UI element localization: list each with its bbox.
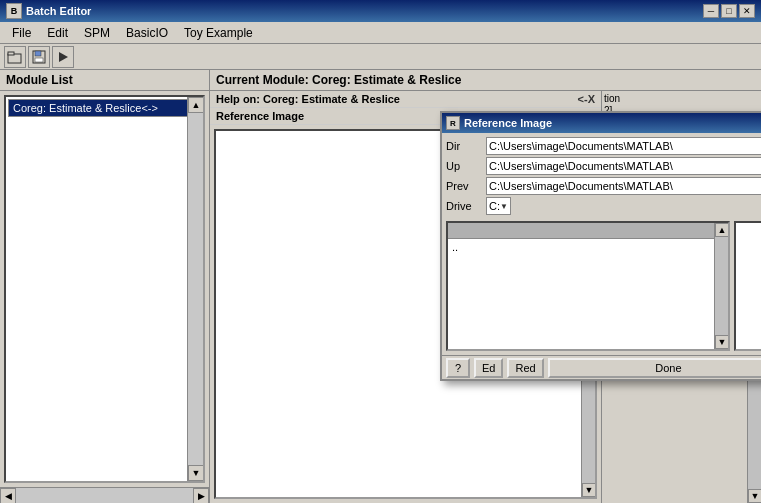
module-list-header: Module List <box>0 70 209 91</box>
side-scroll-down[interactable]: ▼ <box>748 489 761 503</box>
question-button[interactable]: ? <box>446 358 470 378</box>
left-panel: Module List Coreg: Estimate & Reslice<->… <box>0 70 210 503</box>
toolbar <box>0 44 761 70</box>
dialog-drive-row: Drive C: ▼ <box>446 197 761 215</box>
up-dropdown[interactable]: C:\Users\image\Documents\MATLAB\ ▼ <box>486 157 761 175</box>
window-controls: ─ □ ✕ <box>703 4 755 18</box>
save-button[interactable] <box>28 46 50 68</box>
up-label: Up <box>446 160 482 172</box>
file-list-header <box>448 223 728 239</box>
dialog-prev-row: Prev C:\Users\image\Documents\MATLAB\ ▼ <box>446 177 761 195</box>
maximize-button[interactable]: □ <box>721 4 737 18</box>
minimize-button[interactable]: ─ <box>703 4 719 18</box>
drive-dropdown[interactable]: C: ▼ <box>486 197 511 215</box>
dialog-dir-row: Dir <box>446 137 761 155</box>
menu-spm[interactable]: SPM <box>76 24 118 42</box>
side-item-1: tion <box>604 93 759 104</box>
drive-dropdown-arrow: ▼ <box>500 202 508 211</box>
done-button[interactable]: Done <box>548 358 761 378</box>
file-list-dotdot[interactable]: .. <box>448 239 728 255</box>
file-preview: ▲ ▼ <box>734 221 761 351</box>
file-browser: .. ▲ ▼ ▲ <box>446 221 761 351</box>
prev-dropdown[interactable]: C:\Users\image\Documents\MATLAB\ ▼ <box>486 177 761 195</box>
menu-toy-example[interactable]: Toy Example <box>176 24 261 42</box>
dir-input[interactable] <box>486 137 761 155</box>
right-content: Help on: Coreg: Estimate & Reslice <-X R… <box>210 91 761 503</box>
open-button[interactable] <box>4 46 26 68</box>
module-list: Coreg: Estimate & Reslice<-> ◀ ▲ ▼ <box>4 95 205 483</box>
menu-edit[interactable]: Edit <box>39 24 76 42</box>
menu-bar: File Edit SPM BasicIO Toy Example <box>0 22 761 44</box>
dialog-title-text: Reference Image <box>464 117 761 129</box>
dialog-bottom-bar: ? Ed Red Done Filt * <box>442 355 761 379</box>
horizontal-scroll: ◀ ▶ <box>0 487 209 503</box>
menu-file[interactable]: File <box>4 24 39 42</box>
module-list-item[interactable]: Coreg: Estimate & Reslice<-> ◀ <box>8 99 201 117</box>
scroll-up-btn[interactable]: ▲ <box>188 97 204 113</box>
svg-rect-3 <box>35 51 41 56</box>
module-list-scrollbar: ▲ ▼ <box>187 97 203 481</box>
h-scroll-track <box>16 488 193 504</box>
file-list-scrollbar: ▲ ▼ <box>714 223 728 349</box>
drive-label: Drive <box>446 200 482 212</box>
scroll-left-btn[interactable]: ◀ <box>0 488 16 504</box>
flist-scroll-up[interactable]: ▲ <box>715 223 729 237</box>
dialog-title-bar: R Reference Image ─ □ ✕ <box>442 113 761 133</box>
ed-button[interactable]: Ed <box>474 358 503 378</box>
file-list: .. ▲ ▼ <box>446 221 730 351</box>
current-module-header: Current Module: Coreg: Estimate & Reslic… <box>210 70 761 91</box>
red-button[interactable]: Red <box>507 358 543 378</box>
help-title-row: Help on: Coreg: Estimate & Reslice <-X <box>210 91 601 108</box>
help-title: Help on: Coreg: Estimate & Reslice <box>216 93 400 105</box>
reference-image-dialog: R Reference Image ─ □ ✕ Dir <box>440 111 761 381</box>
scroll-down-btn[interactable]: ▼ <box>188 465 204 481</box>
dialog-content: Dir Up C:\Users\image\Documents\MATLAB\ … <box>442 133 761 355</box>
close-button[interactable]: ✕ <box>739 4 755 18</box>
svg-rect-1 <box>8 52 14 55</box>
flist-scroll-track <box>715 237 728 335</box>
ref-image-label-top: Reference Image <box>216 110 304 122</box>
right-panel: Current Module: Coreg: Estimate & Reslic… <box>210 70 761 503</box>
prev-label: Prev <box>446 180 482 192</box>
main-area: Module List Coreg: Estimate & Reslice<->… <box>0 70 761 503</box>
title-bar: B Batch Editor ─ □ ✕ <box>0 0 761 22</box>
app-icon: B <box>6 3 22 19</box>
window-title: Batch Editor <box>26 5 703 17</box>
dialog-icon: R <box>446 116 460 130</box>
help-scroll-down[interactable]: ▼ <box>582 483 596 497</box>
dir-label: Dir <box>446 140 482 152</box>
scroll-right-btn[interactable]: ▶ <box>193 488 209 504</box>
dialog-up-row: Up C:\Users\image\Documents\MATLAB\ ▼ <box>446 157 761 175</box>
svg-marker-5 <box>59 52 68 62</box>
menu-basicio[interactable]: BasicIO <box>118 24 176 42</box>
run-button[interactable] <box>52 46 74 68</box>
svg-rect-4 <box>35 58 43 62</box>
help-close-x[interactable]: <-X <box>578 93 595 105</box>
scroll-track <box>188 113 203 465</box>
flist-scroll-down[interactable]: ▼ <box>715 335 729 349</box>
